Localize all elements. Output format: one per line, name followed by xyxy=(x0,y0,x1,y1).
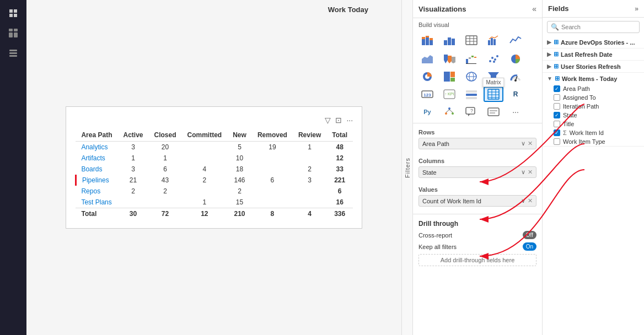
field-group-user-stories: ▶ ⊞ User Stories Refresh xyxy=(543,61,644,73)
matrix-visual: ▽ ⊡ ··· Area Path Active Closed Committe… xyxy=(66,106,362,229)
focus-icon[interactable]: ⊡ xyxy=(335,116,342,125)
field-group-azure-header[interactable]: ▶ ⊞ Azure DevOps Stories - ... xyxy=(543,36,644,48)
area-viz-btn[interactable] xyxy=(417,51,437,67)
field-checkbox-state[interactable]: ✓ xyxy=(554,112,560,118)
field-group-work-items-header[interactable]: ▼ ⊞ Work Items - Today xyxy=(543,73,644,84)
keep-filters-toggle[interactable]: On xyxy=(523,242,536,251)
columns-field-chevron[interactable]: ∨ xyxy=(521,169,525,176)
fields-expand-button[interactable]: » xyxy=(635,5,638,13)
svg-rect-58 xyxy=(466,90,477,93)
rows-field-chevron[interactable]: ∨ xyxy=(521,140,525,147)
scatter-viz-btn[interactable] xyxy=(484,51,503,67)
field-group-user-stories-header[interactable]: ▶ ⊞ User Stories Refresh xyxy=(543,61,644,72)
chevron-right-icon: ▶ xyxy=(547,51,551,57)
cell: 2 xyxy=(227,186,252,197)
field-item-area-path[interactable]: ✓ Area Path xyxy=(543,84,644,93)
cell: 2 xyxy=(182,175,228,186)
field-item-state[interactable]: ✓ State xyxy=(543,111,644,120)
add-drill-through-field[interactable]: Add drill-through fields here xyxy=(418,254,536,266)
svg-rect-46 xyxy=(450,72,455,77)
field-item-work-item-id[interactable]: ✓ Σ Work Item Id xyxy=(543,128,644,137)
values-field-pill[interactable]: Count of Work Item Id ∨ ✕ xyxy=(418,195,536,207)
matrix-toolbar: ▽ ⊡ ··· xyxy=(75,116,353,125)
rows-field-remove[interactable]: ✕ xyxy=(528,140,533,147)
cell: 4 xyxy=(182,164,228,175)
columns-field-remove[interactable]: ✕ xyxy=(528,169,533,176)
filter-icon[interactable]: ▽ xyxy=(325,116,331,125)
svg-rect-18 xyxy=(448,37,451,45)
columns-label: Columns xyxy=(418,158,536,164)
field-checkbox-iteration-path[interactable] xyxy=(554,103,560,110)
svg-rect-20 xyxy=(466,36,477,45)
svg-rect-27 xyxy=(493,39,496,45)
left-sidebar xyxy=(0,0,26,335)
field-group-refresh-date-header[interactable]: ▶ ⊞ Last Refresh Date xyxy=(543,48,644,60)
decomp-tree-viz-btn[interactable] xyxy=(439,104,459,120)
pie-viz-btn[interactable] xyxy=(506,51,525,67)
treemap-viz-btn[interactable] xyxy=(439,69,459,84)
cross-report-toggle[interactable]: Off xyxy=(523,231,536,239)
values-field-chevron[interactable]: ∨ xyxy=(521,197,525,204)
svg-point-41 xyxy=(493,61,495,63)
svg-rect-47 xyxy=(450,78,455,82)
values-field-label: Count of Work Item Id xyxy=(422,198,481,204)
field-item-work-item-type[interactable]: Work Item Type xyxy=(543,137,644,146)
svg-rect-8 xyxy=(9,50,17,51)
matrix-viz-btn[interactable]: Matrix xyxy=(484,87,503,102)
cell: 21 xyxy=(117,175,148,186)
svg-marker-30 xyxy=(448,56,452,63)
table-icon: ⊞ xyxy=(554,63,559,70)
py-viz-btn[interactable]: Py xyxy=(417,104,437,120)
values-field-remove[interactable]: ✕ xyxy=(528,197,533,204)
stacked-bar-viz-btn[interactable] xyxy=(417,33,437,48)
svg-rect-25 xyxy=(488,40,490,45)
field-checkbox-area-path[interactable]: ✓ xyxy=(554,85,560,92)
field-checkbox-work-item-type[interactable] xyxy=(554,138,560,145)
table-viz-btn[interactable] xyxy=(461,33,481,48)
bar-chart-viz-btn[interactable] xyxy=(439,33,459,48)
svg-point-37 xyxy=(489,60,491,62)
viz-collapse-button[interactable]: « xyxy=(532,4,536,13)
columns-field-pill[interactable]: State ∨ ✕ xyxy=(418,166,536,178)
filters-strip[interactable]: Filters xyxy=(402,0,413,335)
field-checkbox-work-item-id[interactable]: ✓ xyxy=(554,129,560,136)
svg-marker-31 xyxy=(452,57,455,63)
area-boards: Boards xyxy=(76,164,117,175)
field-group-azure-label: Azure DevOps Stories - ... xyxy=(561,39,635,46)
donut-viz-btn[interactable] xyxy=(417,69,437,84)
fields-search-box[interactable]: 🔍 xyxy=(547,21,640,33)
field-item-assigned-to[interactable]: Assigned To xyxy=(543,93,644,102)
values-section: Values Count of Work Item Id ∨ ✕ xyxy=(413,183,542,212)
gauge-viz-btn[interactable] xyxy=(506,69,525,84)
sidebar-layers-icon[interactable] xyxy=(4,44,22,62)
field-item-iteration-path[interactable]: Iteration Path xyxy=(543,102,644,111)
map-viz-btn[interactable] xyxy=(461,69,481,84)
work-today-label: Work Today xyxy=(328,6,368,14)
sidebar-home-icon[interactable] xyxy=(4,4,22,22)
rows-field-pill[interactable]: Area Path ∨ ✕ xyxy=(418,138,536,149)
r-viz-btn[interactable]: R xyxy=(506,87,525,102)
sidebar-grid-icon[interactable] xyxy=(4,24,22,42)
waterfall-viz-btn[interactable] xyxy=(461,51,481,67)
line-viz-btn[interactable] xyxy=(506,33,525,48)
fields-search-input[interactable] xyxy=(561,24,637,30)
svg-rect-1 xyxy=(14,9,17,13)
more-viz-btn[interactable]: ··· xyxy=(506,104,525,120)
kpi-viz-btn[interactable]: ↑ KPI xyxy=(439,87,459,102)
field-checkbox-assigned-to[interactable] xyxy=(554,94,560,101)
qa-viz-btn[interactable]: ? xyxy=(461,104,481,120)
ribbon-viz-btn[interactable] xyxy=(439,51,459,67)
svg-rect-34 xyxy=(471,56,474,57)
smart-narrative-viz-btn[interactable] xyxy=(484,104,503,120)
card-viz-btn[interactable]: 123 xyxy=(417,87,437,102)
field-item-title[interactable]: Title xyxy=(543,120,644,128)
rows-field-label: Area Path xyxy=(422,141,449,147)
canvas-area: Work Today ▽ ⊡ ··· Area Path Active Clos… xyxy=(26,0,401,335)
slicer-viz-btn[interactable] xyxy=(461,87,481,102)
svg-rect-45 xyxy=(444,72,450,82)
more-options-icon[interactable]: ··· xyxy=(346,116,353,125)
field-group-refresh-date-label: Last Refresh Date xyxy=(561,51,613,58)
cell-total: 33 xyxy=(326,164,353,175)
combo-viz-btn[interactable] xyxy=(484,33,503,48)
field-checkbox-title[interactable] xyxy=(554,121,560,127)
